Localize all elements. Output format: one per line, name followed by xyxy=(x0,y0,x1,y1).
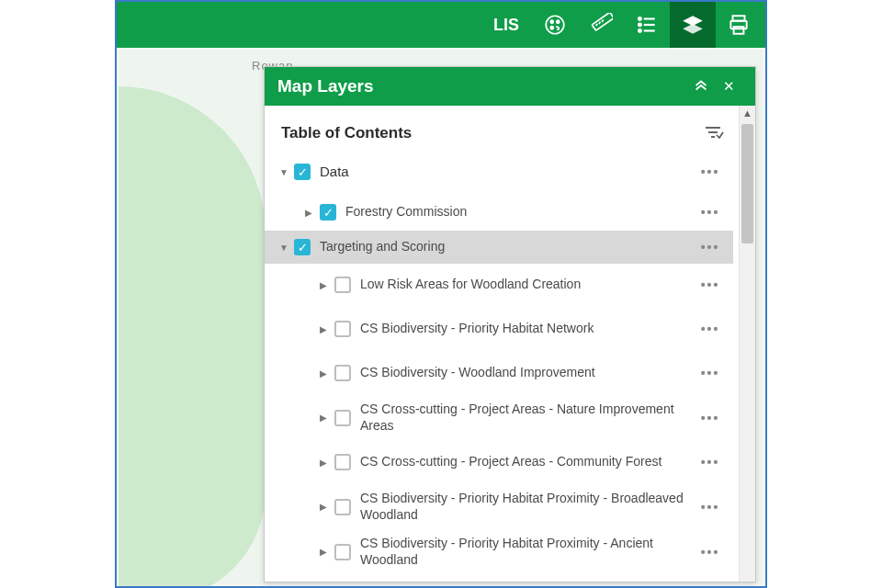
collapse-icon[interactable] xyxy=(687,79,715,95)
tree-node-woodland-improvement[interactable]: ▶ CS Biodiversity - Woodland Improvement… xyxy=(279,352,733,394)
print-icon[interactable] xyxy=(716,2,762,48)
svg-line-5 xyxy=(596,24,598,26)
tree-node-nature-improvement-areas[interactable]: ▶ CS Cross-cutting - Project Areas - Nat… xyxy=(279,396,733,439)
layers-icon[interactable] xyxy=(670,2,716,48)
tree-node-broadleaved-woodland[interactable]: ▶ CS Biodiversity - Priority Habitat Pro… xyxy=(279,485,733,528)
more-icon[interactable]: ••• xyxy=(696,240,724,254)
caret-right-icon[interactable]: ▶ xyxy=(320,324,333,334)
panel-header[interactable]: Map Layers ✕ xyxy=(265,67,755,106)
svg-point-10 xyxy=(639,24,641,27)
brand-label: LIS xyxy=(488,2,532,48)
tree-node-data[interactable]: ▼ ✓ Data ••• xyxy=(279,155,733,188)
svg-line-7 xyxy=(602,20,604,22)
caret-right-icon[interactable]: ▶ xyxy=(320,413,333,423)
checkbox[interactable]: ✓ xyxy=(294,164,311,180)
svg-point-2 xyxy=(557,20,560,23)
caret-right-icon[interactable]: ▶ xyxy=(320,547,333,557)
node-label: CS Biodiversity - Priority Habitat Proxi… xyxy=(360,536,696,568)
palette-icon[interactable] xyxy=(532,2,578,48)
close-icon[interactable]: ✕ xyxy=(715,78,742,95)
checkbox[interactable] xyxy=(334,277,351,293)
app-frame: LIS xyxy=(115,0,767,588)
svg-line-6 xyxy=(599,22,601,24)
svg-point-1 xyxy=(550,20,553,23)
more-icon[interactable]: ••• xyxy=(696,500,724,514)
filter-icon[interactable] xyxy=(702,122,724,144)
svg-point-0 xyxy=(546,16,564,34)
list-icon[interactable] xyxy=(624,2,670,48)
layers-panel: Map Layers ✕ Table of Contents xyxy=(264,66,756,582)
checkbox[interactable]: ✓ xyxy=(294,239,311,255)
more-icon[interactable]: ••• xyxy=(696,322,724,336)
caret-right-icon[interactable]: ▶ xyxy=(320,368,333,379)
node-label: Targeting and Scoring xyxy=(320,239,696,255)
checkbox[interactable] xyxy=(334,365,351,381)
more-icon[interactable]: ••• xyxy=(696,366,724,380)
tree-children: ▶ Low Risk Areas for Woodland Creation •… xyxy=(279,264,733,573)
node-label: Forestry Commission xyxy=(345,204,696,220)
map-region xyxy=(119,86,266,588)
layer-tree: ▼ ✓ Data ••• ▶ ✓ Forestry Commission ••• xyxy=(279,155,733,573)
toc-title: Table of Contents xyxy=(281,124,702,142)
caret-right-icon[interactable]: ▶ xyxy=(320,502,333,512)
tree-node-ancient-woodland[interactable]: ▶ CS Biodiversity - Priority Habitat Pro… xyxy=(279,530,733,573)
checkbox[interactable] xyxy=(334,321,351,337)
caret-down-icon[interactable]: ▼ xyxy=(279,243,292,253)
more-icon[interactable]: ••• xyxy=(696,545,724,560)
checkbox[interactable]: ✓ xyxy=(320,204,336,220)
panel-title: Map Layers xyxy=(277,76,687,96)
panel-content: Table of Contents ▼ ✓ xyxy=(265,106,739,582)
more-icon[interactable]: ••• xyxy=(696,277,724,292)
svg-point-8 xyxy=(639,17,641,20)
tree-node-priority-habitat-network[interactable]: ▶ CS Biodiversity - Priority Habitat Net… xyxy=(279,308,733,350)
node-label: CS Biodiversity - Woodland Improvement xyxy=(360,365,696,381)
svg-point-12 xyxy=(639,29,641,32)
tree-node-low-risk-areas[interactable]: ▶ Low Risk Areas for Woodland Creation •… xyxy=(279,264,733,306)
more-icon[interactable]: ••• xyxy=(696,164,724,179)
toc-header: Table of Contents xyxy=(279,119,733,155)
scroll-up-icon[interactable]: ▲ xyxy=(740,107,755,119)
svg-marker-15 xyxy=(683,24,703,34)
node-label: Data xyxy=(320,164,696,181)
checkbox[interactable] xyxy=(334,454,351,470)
checkbox[interactable] xyxy=(334,410,351,426)
tree-node-community-forest[interactable]: ▶ CS Cross-cutting - Project Areas - Com… xyxy=(279,441,733,483)
scrollbar[interactable]: ▲ xyxy=(739,106,755,582)
node-label: CS Cross-cutting - Project Areas - Commu… xyxy=(360,454,696,470)
caret-right-icon[interactable]: ▶ xyxy=(305,208,318,218)
checkbox[interactable] xyxy=(334,499,351,515)
tree-node-forestry-commission[interactable]: ▶ ✓ Forestry Commission ••• xyxy=(279,196,733,229)
node-label: CS Cross-cutting - Project Areas - Natur… xyxy=(360,401,696,434)
panel-body: Table of Contents ▼ ✓ xyxy=(265,106,755,582)
scroll-thumb[interactable] xyxy=(741,124,753,243)
svg-point-3 xyxy=(550,27,553,29)
svg-rect-18 xyxy=(734,27,744,34)
node-label: CS Biodiversity - Priority Habitat Proxi… xyxy=(360,491,696,523)
tree-node-targeting-scoring[interactable]: ▼ ✓ Targeting and Scoring ••• xyxy=(265,231,733,264)
caret-right-icon[interactable]: ▶ xyxy=(320,280,333,290)
measure-icon[interactable] xyxy=(578,2,624,48)
more-icon[interactable]: ••• xyxy=(696,205,724,220)
node-label: CS Biodiversity - Priority Habitat Netwo… xyxy=(360,321,696,337)
more-icon[interactable]: ••• xyxy=(696,411,724,425)
caret-down-icon[interactable]: ▼ xyxy=(279,167,292,177)
more-icon[interactable]: ••• xyxy=(696,455,724,469)
tree-children: ▶ ✓ Forestry Commission ••• ▼ ✓ Targetin… xyxy=(279,196,733,573)
top-toolbar: LIS xyxy=(117,2,765,48)
caret-right-icon[interactable]: ▶ xyxy=(320,458,333,468)
node-label: Low Risk Areas for Woodland Creation xyxy=(360,277,696,293)
checkbox[interactable] xyxy=(334,544,351,560)
